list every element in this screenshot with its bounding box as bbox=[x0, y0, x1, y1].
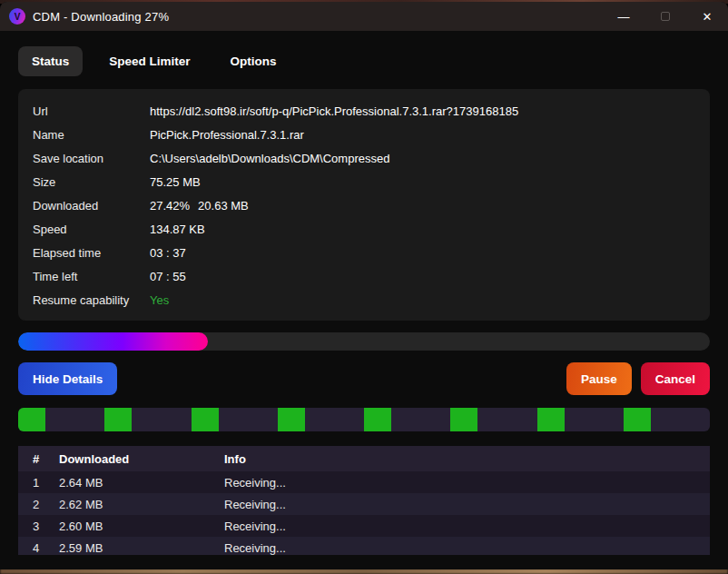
name-value: PicPick.Professional.7.3.1.rar bbox=[150, 128, 304, 142]
cell-info: Receiving... bbox=[224, 493, 710, 515]
cell-number: 1 bbox=[18, 471, 59, 493]
segment-4-fill bbox=[278, 408, 305, 431]
info-row-size: Size 75.25 MB bbox=[33, 170, 695, 193]
info-row-save-location: Save location C:\Users\adelb\Downloads\C… bbox=[33, 146, 695, 170]
size-label: Size bbox=[33, 175, 150, 189]
segment-2 bbox=[104, 408, 191, 431]
save-location-label: Save location bbox=[33, 152, 150, 165]
cell-downloaded: 2.59 MB bbox=[59, 537, 224, 555]
info-row-elapsed-time: Elapsed time 03 : 37 bbox=[33, 241, 695, 264]
segment-7-fill bbox=[537, 408, 565, 431]
window-title: CDM - Downloading 27% bbox=[33, 10, 169, 24]
segment-progress-bar bbox=[18, 408, 710, 431]
app-window: V CDM - Downloading 27% — ✕ Status Speed… bbox=[0, 2, 728, 569]
time-left-label: Time left bbox=[33, 270, 150, 283]
header-downloaded: Downloaded bbox=[59, 446, 224, 471]
segment-5-fill bbox=[364, 408, 391, 431]
table-row[interactable]: 4 2.59 MB Receiving... bbox=[18, 537, 710, 555]
chunk-table: # Downloaded Info 1 2.64 MB Receiving...… bbox=[18, 446, 710, 555]
segment-8-fill bbox=[624, 408, 651, 431]
cell-number: 3 bbox=[18, 515, 59, 537]
url-label: Url bbox=[33, 104, 150, 118]
minimize-button[interactable]: — bbox=[603, 2, 644, 31]
time-left-value: 07 : 55 bbox=[150, 270, 186, 283]
close-button[interactable]: ✕ bbox=[686, 2, 728, 31]
speed-value: 134.87 KB bbox=[150, 223, 205, 236]
download-info-panel: Url https://dl2.soft98.ir/soft/p-q/PicPi… bbox=[18, 89, 710, 321]
app-logo-icon: V bbox=[9, 8, 25, 25]
table-header-row: # Downloaded Info bbox=[18, 446, 710, 471]
maximize-button bbox=[644, 2, 686, 31]
elapsed-time-label: Elapsed time bbox=[33, 246, 150, 260]
tab-speed-limiter[interactable]: Speed Limiter bbox=[95, 46, 203, 76]
info-row-resume-capability: Resume capability Yes bbox=[33, 288, 695, 312]
segment-5 bbox=[364, 408, 450, 431]
close-icon: ✕ bbox=[703, 10, 713, 24]
action-button-row: Hide Details Pause Cancel bbox=[18, 362, 710, 395]
save-location-value: C:\Users\adelb\Downloads\CDM\Compressed bbox=[150, 152, 389, 165]
table-row[interactable]: 1 2.64 MB Receiving... bbox=[18, 471, 710, 493]
progress-bar-fill bbox=[18, 332, 208, 351]
cell-info: Receiving... bbox=[224, 515, 710, 537]
tab-status[interactable]: Status bbox=[18, 46, 83, 76]
cell-downloaded: 2.62 MB bbox=[59, 493, 224, 515]
segment-3 bbox=[192, 408, 278, 431]
name-label: Name bbox=[33, 128, 150, 142]
info-row-downloaded: Downloaded 27.42% 20.63 MB bbox=[33, 193, 695, 217]
cell-downloaded: 2.60 MB bbox=[59, 515, 224, 537]
hide-details-button[interactable]: Hide Details bbox=[18, 362, 117, 395]
cell-number: 2 bbox=[18, 493, 59, 515]
segment-4 bbox=[278, 408, 364, 431]
downloaded-label: Downloaded bbox=[33, 199, 150, 213]
maximize-icon bbox=[661, 12, 670, 21]
url-value: https://dl2.soft98.ir/soft/p-q/PicPick.P… bbox=[150, 104, 518, 118]
info-row-name: Name PicPick.Professional.7.3.1.rar bbox=[33, 123, 695, 146]
cell-number: 4 bbox=[18, 537, 59, 555]
segment-6 bbox=[450, 408, 536, 431]
cell-info: Receiving... bbox=[224, 537, 710, 555]
segment-7 bbox=[537, 408, 624, 431]
table-row[interactable]: 2 2.62 MB Receiving... bbox=[18, 493, 710, 515]
resume-capability-label: Resume capability bbox=[33, 293, 150, 307]
segment-1-fill bbox=[18, 408, 45, 431]
segment-8 bbox=[624, 408, 710, 431]
progress-bar-track bbox=[18, 332, 710, 351]
size-value: 75.25 MB bbox=[150, 175, 201, 189]
tab-bar: Status Speed Limiter Options bbox=[18, 46, 710, 76]
title-bar[interactable]: V CDM - Downloading 27% — ✕ bbox=[0, 2, 728, 31]
pause-button[interactable]: Pause bbox=[566, 362, 632, 395]
header-number: # bbox=[18, 446, 59, 471]
elapsed-time-value: 03 : 37 bbox=[150, 246, 186, 260]
info-row-speed: Speed 134.87 KB bbox=[33, 217, 695, 241]
cell-info: Receiving... bbox=[224, 471, 710, 493]
info-row-time-left: Time left 07 : 55 bbox=[33, 264, 695, 288]
tab-options[interactable]: Options bbox=[217, 46, 290, 76]
header-info: Info bbox=[224, 446, 710, 471]
app-logo-glyph: V bbox=[15, 12, 21, 22]
resume-capability-value: Yes bbox=[150, 293, 169, 307]
cancel-button[interactable]: Cancel bbox=[641, 362, 710, 395]
cell-downloaded: 2.64 MB bbox=[59, 471, 224, 493]
segment-2-fill bbox=[104, 408, 132, 431]
downloaded-percent-value: 27.42% bbox=[150, 199, 190, 213]
info-row-url: Url https://dl2.soft98.ir/soft/p-q/PicPi… bbox=[33, 99, 695, 123]
downloaded-size-value: 20.63 MB bbox=[198, 199, 249, 213]
segment-3-fill bbox=[192, 408, 219, 431]
window-controls: — ✕ bbox=[603, 2, 728, 31]
chunk-table-container: # Downloaded Info 1 2.64 MB Receiving...… bbox=[18, 446, 710, 555]
minimize-icon: — bbox=[618, 10, 630, 24]
segment-6-fill bbox=[450, 408, 477, 431]
table-row[interactable]: 3 2.60 MB Receiving... bbox=[18, 515, 710, 537]
segment-1 bbox=[18, 408, 104, 431]
speed-label: Speed bbox=[33, 223, 150, 236]
